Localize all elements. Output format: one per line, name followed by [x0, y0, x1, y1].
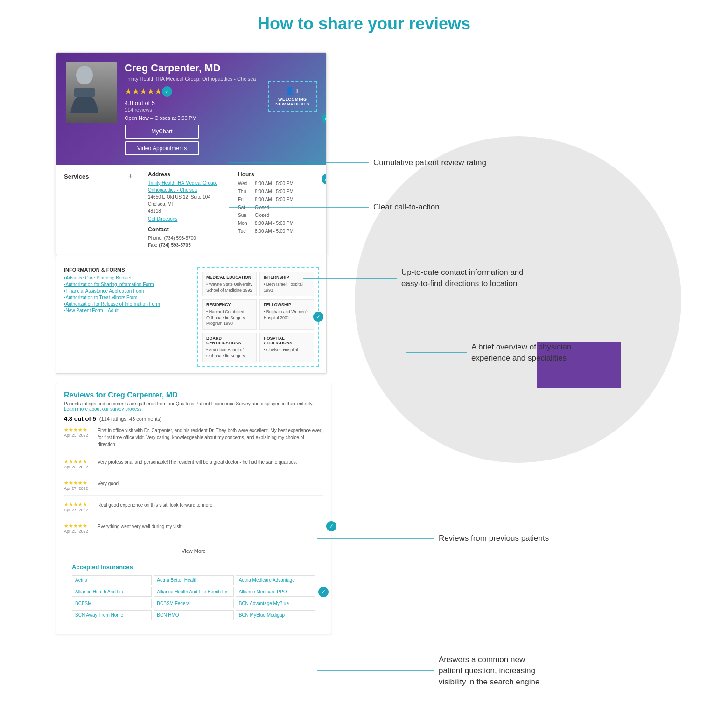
hours-row-tue: Tue8:00 AM - 5:00 PM — [238, 227, 319, 235]
review-item-4: ★★★★★ Apr 27, 2022 Real good experience … — [64, 502, 323, 517]
review-text-1: First in office visit with Dr. Carpenter… — [98, 427, 323, 448]
welcoming-check-icon: ✓ — [322, 113, 327, 124]
review-text-3: Very good — [98, 480, 323, 491]
sidebar-services: Services + — [56, 165, 140, 255]
credentials-check-icon: ✓ — [313, 312, 323, 322]
star-rating: ★★★★★ — [125, 86, 162, 97]
forms-section: INFORMATION & FORMS •Advance Care Planni… — [64, 267, 319, 367]
annotation-reviews-text: Reviews from previous patients — [439, 533, 549, 544]
reviews-title: Reviews for Creg Carpenter, MD — [64, 391, 323, 399]
insurance-aetna: Aetna — [72, 575, 152, 585]
insurance-alliance-ppo: Alliance Medicare PPO — [236, 587, 315, 597]
doctor-name: Creg Carpenter, MD — [125, 62, 317, 74]
review-meta-4: ★★★★★ Apr 27, 2022 — [64, 502, 92, 512]
credentials-grid: MEDICAL EDUCATION Wayne State University… — [197, 267, 319, 367]
review-meta-3: ★★★★★ Apr 27, 2022 — [64, 480, 92, 491]
insurance-bcn-medigap: BCN MyBlue Medigap — [236, 610, 315, 620]
mychart-button[interactable]: MyChart — [125, 125, 199, 139]
annotation-physician: A brief overview of physicianexperience … — [406, 342, 572, 364]
form-link-3[interactable]: •Financial Assistance Application Form — [64, 288, 190, 293]
get-directions-link[interactable]: Get Directions — [148, 216, 229, 222]
fellowship-box: FELLOWSHIP Brigham and Women's Hospital … — [259, 299, 314, 330]
address-column: Address Trinity Health IHA Medical Group… — [148, 171, 229, 249]
insurance-section: Accepted Insurances Aetna Aetna Better H… — [64, 558, 323, 626]
contact-label: Contact — [148, 226, 229, 233]
form-link-5[interactable]: •Authorization for Release of Informatio… — [64, 301, 190, 307]
doctor-photo — [66, 62, 117, 123]
annotation-contact-text: Up-to-date contact information andeasy-t… — [401, 267, 524, 289]
form-link-2[interactable]: •Authorization for Sharing Information F… — [64, 282, 190, 287]
second-section: INFORMATION & FORMS •Advance Care Planni… — [56, 255, 327, 374]
residency-box: RESIDENCY Harvard Combined Orthopaedic S… — [202, 299, 257, 330]
address-label: Address — [148, 171, 229, 178]
review-text-5: Everything went very well during my visi… — [98, 523, 323, 534]
insurance-aetna-medicare: Aetna Medicare Advantage — [236, 575, 315, 585]
annotation-line-physician — [406, 352, 467, 353]
credentials-column: MEDICAL EDUCATION Wayne State University… — [197, 267, 319, 367]
annotation-line-rating — [229, 162, 369, 163]
form-link-4[interactable]: •Authorization to Treat Minors Form — [64, 295, 190, 300]
contact-section: Contact Phone: (734) 593-5700 Fax: (734)… — [148, 226, 229, 249]
board-certifications-box: BOARD CERTIFICATIONS American Board of O… — [202, 333, 257, 362]
review-item-1: ★★★★★ Apr 23, 2022 First in office visit… — [64, 427, 323, 453]
org-link[interactable]: Trinity Health IHA Medical Group, Orthop… — [148, 181, 217, 193]
insurance-alliance: Alliance Health And Life — [72, 587, 152, 597]
view-more-button[interactable]: View More — [64, 544, 323, 558]
annotation-cta-text: Clear call-to-action — [373, 202, 440, 213]
hours-row-thu: Thu8:00 AM - 5:00 PM — [238, 188, 319, 195]
insurance-alliance-beech: Alliance Health And Life Beech Iris — [154, 587, 233, 597]
annotation-insurance: Answers a common newpatient question, in… — [317, 654, 539, 687]
rating-badge: 4.8 out of 5 — [125, 99, 155, 106]
open-status: Open Now – Closes at 5:00 PM — [125, 115, 317, 121]
hospital-affiliations-box: HOSPITAL AFFILIATIONS Chelsea Hospital — [259, 333, 314, 362]
insurance-check-icon: ✓ — [318, 587, 329, 597]
contact-check-icon: ✓ — [322, 174, 327, 184]
hours-row-mon: Mon8:00 AM - 5:00 PM — [238, 219, 319, 227]
annotation-physician-text: A brief overview of physicianexperience … — [471, 342, 572, 364]
insurance-bcbsm: BCBSM — [72, 599, 152, 608]
review-text-4: Real good experience on this visit, look… — [98, 502, 323, 512]
services-label: Services — [64, 173, 89, 180]
rating-check-icon: ✓ — [162, 86, 172, 97]
hours-label: Hours — [238, 171, 319, 178]
review-item-3: ★★★★★ Apr 27, 2022 Very good — [64, 480, 323, 496]
fax-text: Fax: (734) 593-5705 — [148, 242, 229, 249]
welcoming-new-patients-box: 👤+ WELCOMINGNEW PATIENTS — [268, 81, 317, 112]
insurance-grid: Aetna Aetna Better Health Aetna Medicare… — [72, 575, 315, 620]
medical-education-box: MEDICAL EDUCATION Wayne State University… — [202, 272, 257, 296]
background-circle — [355, 136, 681, 463]
annotation-line-cta — [229, 207, 369, 208]
insurance-bcn-hmo: BCN HMO — [154, 610, 233, 620]
annotation-line-insurance — [317, 670, 434, 671]
review-item-5: ★★★★★ Apr 23, 2022 Everything went very … — [64, 523, 323, 538]
forms-title: INFORMATION & FORMS — [64, 267, 190, 272]
insurance-aetna-better: Aetna Better Health — [154, 575, 233, 585]
reviews-subtitle: Patients ratings and comments are gather… — [64, 401, 323, 411]
svg-point-0 — [76, 66, 93, 84]
review-meta-1: ★★★★★ Apr 23, 2022 — [64, 427, 92, 448]
reviews-overall: 4.8 out of 5 (114 ratings, 43 comments) — [64, 415, 323, 422]
annotation-insurance-text: Answers a common newpatient question, in… — [439, 654, 539, 687]
insurance-bcn-away: BCN Away From Home — [72, 610, 152, 620]
svg-rect-1 — [74, 88, 95, 97]
hours-row-wed: Wed8:00 AM - 5:00 PM — [238, 180, 319, 188]
video-appointments-button[interactable]: Video Appointments — [125, 141, 199, 155]
review-meta-2: ★★★★★ Apr 23, 2022 — [64, 459, 92, 469]
form-link-6[interactable]: •New Patient Form – Adult — [64, 308, 190, 313]
page-title: How to share your reviews — [0, 0, 728, 43]
person-add-icon: 👤+ — [275, 86, 309, 95]
profile-card: Creg Carpenter, MD Trinity Health IHA Me… — [56, 52, 327, 256]
review-text-2: Very professional and personable!The res… — [98, 459, 323, 469]
cut-line — [64, 262, 319, 262]
annotation-contact: Up-to-date contact information andeasy-t… — [303, 267, 524, 289]
expand-services-button[interactable]: + — [128, 172, 133, 181]
annotation-rating: Cumulative patient review rating — [229, 157, 486, 168]
survey-link[interactable]: Learn more about our survey process. — [64, 406, 143, 411]
reviews-check-icon: ✓ — [326, 521, 336, 531]
annotation-rating-text: Cumulative patient review rating — [373, 157, 486, 168]
form-link-1[interactable]: •Advance Care Planning Booklet — [64, 275, 190, 280]
rating-number: 4.8 out of 5 — [125, 99, 155, 106]
review-meta-5: ★★★★★ Apr 23, 2022 — [64, 523, 92, 534]
insurance-title: Accepted Insurances — [72, 564, 315, 571]
address-text: Trinity Health IHA Medical Group, Orthop… — [148, 180, 229, 215]
